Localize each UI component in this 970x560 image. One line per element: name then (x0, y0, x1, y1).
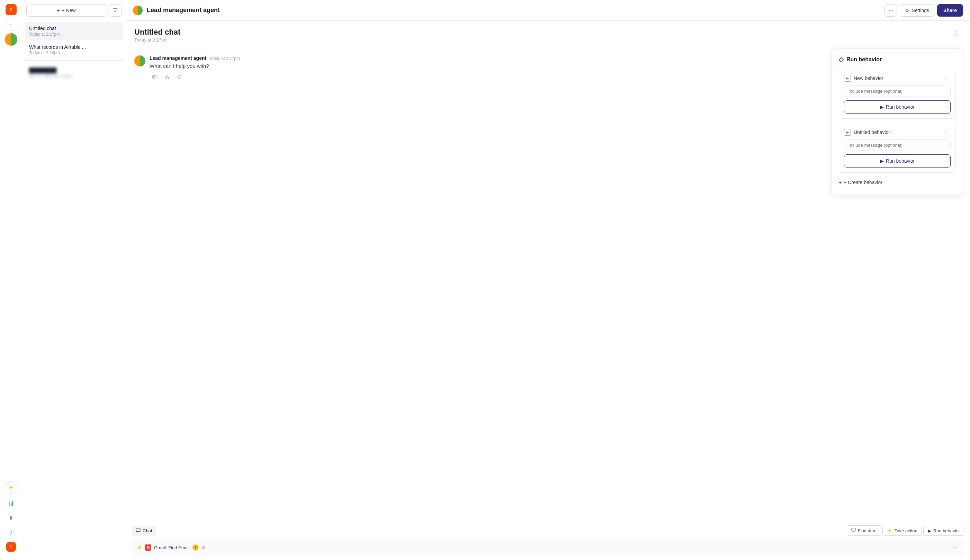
behavior-card-header: ▶ Untitled behavior ⋮ (844, 128, 951, 136)
new-agent-button[interactable]: + (5, 18, 17, 30)
diamond-icon: ◇ (839, 56, 843, 63)
dots-horizontal-icon: ··· (888, 7, 893, 13)
behavior-message-input[interactable] (844, 85, 951, 97)
chat-item[interactable]: What records in Airtable ... Today at 2:… (25, 41, 123, 59)
icon-bar: Z + ⚡ 📊 ⬇ ? Z (0, 0, 22, 560)
filter-button[interactable] (109, 4, 122, 17)
message-sender-name: Lead management agent (150, 55, 206, 61)
thumbs-up-icon (165, 75, 169, 81)
run-behavior-button-2[interactable]: ▶ Run behavior (844, 154, 951, 168)
thumbs-down-icon (177, 75, 182, 81)
behavior-more-button-2[interactable]: ⋮ (941, 128, 951, 136)
create-behavior-button[interactable]: + + Create behavior (839, 177, 956, 188)
settings-button[interactable]: ⚙ Settings (900, 4, 934, 17)
share-button[interactable]: Share (937, 4, 963, 17)
chat-tab[interactable]: Chat (132, 526, 156, 536)
copy-button[interactable] (150, 73, 159, 83)
chat-input-bar: Chat Find data ⚡ Take action (126, 521, 970, 560)
topbar-more-button[interactable]: ··· (885, 4, 897, 17)
plus-icon-new: + (57, 8, 60, 13)
new-button-label: + New (62, 8, 76, 13)
main-area: Lead management agent ··· ⚙ Settings Sha… (126, 0, 970, 560)
chat-input-tabs: Chat Find data ⚡ Take action (132, 525, 965, 536)
chat-item[interactable]: Untitled chat Today at 2:27pm (25, 22, 123, 40)
run-behavior-tab-button[interactable]: ▶ Run behavior (923, 526, 965, 536)
bar-chart-icon: 📊 (8, 500, 15, 506)
warning-badge: ! (192, 545, 199, 551)
topbar-title: Lead management agent (147, 7, 220, 14)
chat-icon (136, 528, 140, 534)
chat-item-time: Jan 17, 2024 at 1:15pm (29, 74, 119, 78)
find-data-button[interactable]: Find data (847, 525, 881, 536)
run-behavior-panel: ◇ Run behavior ▶ New behavior ⋮ ▶ Run be… (832, 48, 963, 195)
play-icon: ▶ (880, 104, 884, 110)
send-button[interactable] (950, 543, 960, 552)
help-button[interactable]: ? (5, 527, 17, 539)
topbar: Lead management agent ··· ⚙ Settings Sha… (126, 0, 970, 21)
behavior-card-title: ▶ New behavior (844, 75, 883, 82)
plus-icon-create: + (839, 180, 842, 185)
run-behavior-title: ◇ Run behavior (839, 56, 956, 63)
analytics-button[interactable]: 📊 (5, 496, 17, 509)
behavior-card-header: ▶ New behavior ⋮ (844, 74, 951, 82)
lightning-action-icon: ⚡ (887, 528, 892, 533)
behavior-play-icon-2: ▶ (844, 129, 851, 136)
play-icon-2: ▶ (880, 158, 884, 164)
run-behavior-button[interactable]: ▶ Run behavior (844, 100, 951, 113)
chat-item-title: Untitled chat (29, 26, 119, 31)
chat-item-title: ████████ (29, 67, 119, 73)
lightning-input-icon: ⚡ (137, 545, 142, 550)
input-pill-label: Gmail: Find Email (154, 545, 190, 550)
svg-rect-0 (153, 76, 156, 79)
chat-item: ████████ Jan 17, 2024 at 1:15pm (25, 64, 123, 82)
warning-icon: ! (195, 546, 196, 550)
chat-list: Untitled chat Today at 2:27pm What recor… (22, 21, 126, 560)
new-chat-button[interactable]: + + New (26, 4, 106, 17)
question-icon: ? (9, 530, 12, 536)
chat-header-more-button[interactable]: ⋮ (951, 28, 962, 39)
copy-icon (152, 75, 157, 81)
find-data-icon (851, 528, 856, 533)
send-icon (952, 545, 958, 551)
thumbs-up-button[interactable] (162, 73, 172, 83)
chat-title: Untitled chat (134, 28, 180, 37)
topbar-actions: ··· ⚙ Settings Share (885, 4, 963, 17)
svg-rect-3 (136, 528, 140, 532)
chat-item-title: What records in Airtable ... (29, 44, 119, 50)
sidebar: + + New Untitled chat Today at 2:27pm Wh… (22, 0, 126, 560)
behavior-play-icon: ▶ (844, 75, 851, 82)
download-button[interactable]: ⬇ (5, 512, 17, 524)
play-tab-icon: ▶ (928, 528, 931, 533)
sidebar-header: + + New (22, 0, 126, 21)
behavior-card-new: ▶ New behavior ⋮ ▶ Run behavior (839, 69, 956, 119)
chat-input-bottom: ⚡ M Gmail: Find Email ! ⚙ (132, 539, 965, 556)
chat-item-time: Today at 2:26pm (29, 50, 119, 55)
download-icon: ⬇ (9, 515, 13, 521)
svg-rect-2 (180, 75, 181, 78)
chat-area: Untitled chat Today at 2:27pm ⋮ Lead man… (126, 21, 970, 560)
svg-rect-4 (852, 528, 855, 531)
message-avatar (134, 55, 145, 67)
gear-icon: ⚙ (905, 8, 909, 13)
thumbs-down-button[interactable] (175, 73, 184, 83)
share-label: Share (943, 8, 957, 13)
take-action-button[interactable]: ⚡ Take action (882, 526, 922, 536)
svg-rect-1 (165, 77, 166, 79)
topbar-agent-avatar (133, 5, 143, 15)
behavior-card-title: ▶ Untitled behavior (844, 129, 890, 136)
input-settings-icon[interactable]: ⚙ (202, 545, 206, 550)
behavior-more-button[interactable]: ⋮ (941, 74, 951, 82)
zapier-logo[interactable]: Z (5, 4, 17, 15)
chat-header: Untitled chat Today at 2:27pm ⋮ (126, 21, 970, 47)
plus-icon: + (9, 21, 12, 27)
agent-avatar[interactable] (5, 33, 17, 46)
behavior-card-untitled: ▶ Untitled behavior ⋮ ▶ Run behavior (839, 123, 956, 173)
behavior-message-input-2[interactable] (844, 140, 951, 151)
settings-label: Settings (912, 8, 929, 13)
lightning-button[interactable]: ⚡ (5, 481, 17, 493)
chat-subtitle: Today at 2:27pm (134, 37, 180, 43)
chat-item-time: Today at 2:27pm (29, 32, 119, 37)
filter-icon (113, 8, 118, 13)
zapier-bottom-badge[interactable]: Z (6, 542, 16, 552)
gmail-icon: M (145, 545, 151, 551)
